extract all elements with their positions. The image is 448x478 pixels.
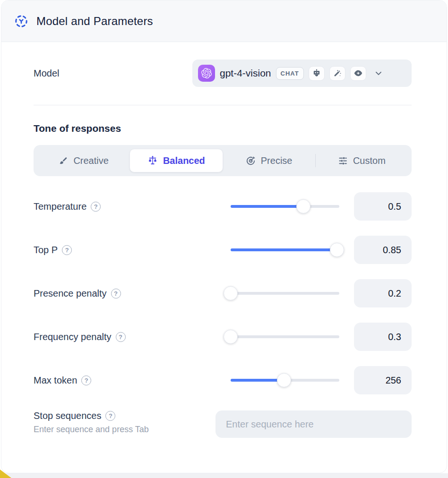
slider-thumb[interactable]	[224, 330, 238, 344]
param-label: Max token	[34, 375, 77, 386]
panel-header: Model and Parameters	[1, 0, 447, 42]
top-p-value[interactable]: 0.85	[354, 236, 412, 264]
openai-logo	[198, 65, 215, 82]
tab-label: Custom	[353, 155, 386, 166]
help-icon[interactable]: ?	[111, 289, 121, 299]
stop-sequences-row: Stop sequences ? Enter sequence and pres…	[34, 410, 412, 438]
robot-icon	[309, 66, 325, 81]
section-divider	[34, 105, 412, 105]
param-row-temperature: Temperature ? 0.5	[34, 192, 412, 221]
frequency-penalty-value[interactable]: 0.3	[354, 323, 412, 351]
param-row-frequency-penalty: Frequency penalty ? 0.3	[34, 323, 412, 351]
frequency-penalty-slider[interactable]	[231, 330, 339, 344]
slider-thumb[interactable]	[330, 243, 344, 257]
model-select[interactable]: gpt-4-vision CHAT	[192, 60, 412, 87]
model-parameters-panel: Model and Parameters Model gpt-4-vision …	[1, 0, 447, 473]
param-row-top-p: Top P ? 0.85	[34, 236, 412, 264]
help-icon[interactable]: ?	[105, 411, 115, 421]
tab-balanced[interactable]: Balanced	[129, 149, 223, 172]
chat-type-badge: CHAT	[276, 67, 304, 80]
param-row-max-token: Max token ? 256	[34, 366, 412, 394]
tab-label: Balanced	[163, 155, 205, 166]
help-icon[interactable]: ?	[81, 376, 91, 385]
selected-model-name: gpt-4-vision	[220, 68, 271, 79]
temperature-slider[interactable]	[231, 199, 339, 213]
stop-sequences-hint: Enter sequence and press Tab	[34, 425, 149, 435]
magic-wand-icon	[329, 66, 345, 81]
stop-sequence-input[interactable]	[215, 410, 412, 438]
chevron-down-icon	[374, 68, 383, 78]
panel-body: Model gpt-4-vision CHAT	[1, 60, 447, 438]
param-label: Temperature	[34, 201, 86, 212]
slider-thumb[interactable]	[224, 286, 238, 300]
tone-heading: Tone of responses	[34, 123, 412, 134]
model-row: Model gpt-4-vision CHAT	[34, 60, 412, 87]
param-label: Top P	[34, 245, 58, 256]
tab-custom[interactable]: Custom	[316, 149, 408, 172]
tab-label: Precise	[261, 155, 293, 166]
model-hub-icon	[14, 14, 28, 28]
slider-thumb[interactable]	[296, 199, 310, 213]
param-label: Frequency penalty	[34, 332, 112, 342]
help-icon[interactable]: ?	[62, 245, 72, 255]
help-icon[interactable]: ?	[91, 202, 101, 212]
param-label: Presence penalty	[34, 288, 107, 299]
tone-tab-bar: Creative Balanced	[34, 145, 412, 176]
slider-thumb[interactable]	[277, 373, 291, 387]
vision-icon	[350, 66, 366, 81]
top-p-slider[interactable]	[231, 243, 339, 257]
panel-title: Model and Parameters	[36, 15, 153, 28]
target-icon	[246, 156, 256, 166]
sliders-icon	[338, 156, 348, 166]
tab-label: Creative	[73, 155, 108, 166]
paintbrush-icon	[58, 156, 68, 166]
help-icon[interactable]: ?	[116, 332, 126, 342]
model-label: Model	[34, 68, 59, 79]
max-token-value[interactable]: 256	[354, 366, 412, 394]
tab-precise[interactable]: Precise	[223, 149, 315, 172]
balance-scale-icon	[147, 155, 158, 166]
page-background-strip	[0, 473, 448, 478]
stop-sequences-label: Stop sequences	[34, 410, 101, 421]
max-token-slider[interactable]	[231, 373, 339, 387]
param-row-presence-penalty: Presence penalty ? 0.2	[34, 279, 412, 307]
tab-creative[interactable]: Creative	[37, 149, 129, 172]
presence-penalty-value[interactable]: 0.2	[354, 279, 412, 307]
presence-penalty-slider[interactable]	[231, 286, 339, 300]
temperature-value[interactable]: 0.5	[354, 192, 412, 221]
